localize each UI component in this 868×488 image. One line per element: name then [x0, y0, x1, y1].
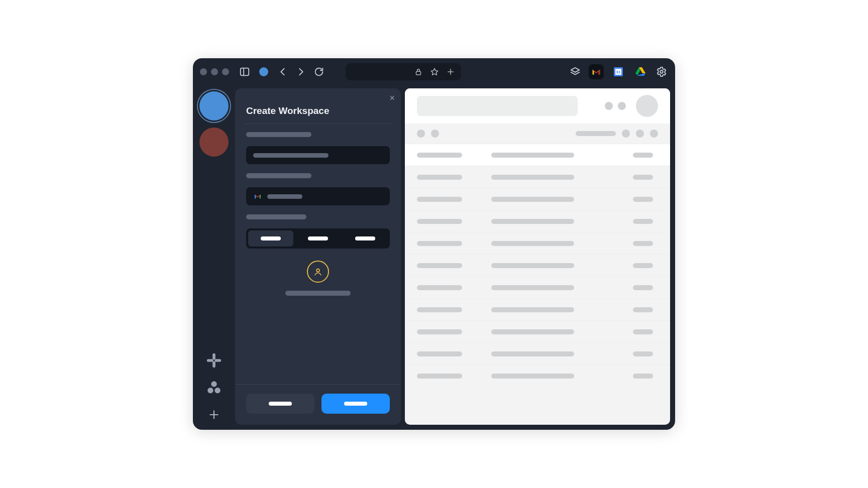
- subject: [491, 374, 574, 379]
- window-body: × Create Workspace: [193, 85, 675, 430]
- chevron-right-icon: [295, 66, 306, 77]
- window-traffic-lights[interactable]: [200, 68, 229, 75]
- mail-row[interactable]: [405, 166, 670, 188]
- svg-marker-6: [571, 68, 580, 72]
- sidebar-toggle[interactable]: [238, 65, 251, 78]
- sender: [417, 374, 462, 379]
- subject: [491, 285, 574, 290]
- subject: [491, 351, 574, 356]
- sender: [417, 219, 462, 224]
- mail-row[interactable]: [405, 320, 670, 342]
- star-icon[interactable]: [430, 67, 439, 76]
- time: [633, 329, 653, 334]
- gear-icon: [656, 66, 667, 77]
- search-input[interactable]: [417, 96, 578, 116]
- dialog-title: Create Workspace: [235, 88, 401, 124]
- nav-reload[interactable]: [312, 65, 325, 78]
- toolbar-right: 31: [569, 64, 668, 79]
- profile-avatar[interactable]: [307, 261, 329, 283]
- svg-rect-0: [241, 68, 249, 76]
- time: [633, 374, 653, 379]
- toolbar-action[interactable]: [431, 130, 439, 138]
- start-page-input[interactable]: [246, 187, 390, 205]
- svg-point-20: [214, 388, 220, 393]
- toolbar-action[interactable]: [622, 130, 630, 138]
- header-action[interactable]: [605, 102, 613, 110]
- cancel-button[interactable]: [246, 394, 314, 414]
- svg-marker-3: [431, 68, 438, 75]
- subject: [491, 219, 574, 224]
- plus-icon[interactable]: [446, 67, 455, 76]
- svg-rect-14: [212, 353, 215, 360]
- sender: [417, 307, 462, 312]
- toolbar-action[interactable]: [636, 130, 644, 138]
- gmail-icon: [591, 66, 602, 77]
- rail-app-slack[interactable]: [204, 350, 224, 371]
- ext-gmail[interactable]: [589, 64, 604, 79]
- time: [633, 263, 653, 268]
- divider: [244, 124, 392, 124]
- traffic-minimize[interactable]: [211, 68, 218, 75]
- mail-row[interactable]: [405, 298, 670, 320]
- rail-app-group[interactable]: [204, 378, 224, 398]
- time: [633, 197, 653, 202]
- address-bar[interactable]: [346, 63, 461, 80]
- toolbar-action[interactable]: [417, 130, 425, 138]
- mail-row[interactable]: [405, 188, 670, 210]
- svg-point-18: [211, 381, 216, 387]
- create-button[interactable]: [321, 394, 390, 414]
- mail-row[interactable]: [405, 342, 670, 364]
- mail-row[interactable]: [405, 276, 670, 298]
- traffic-close[interactable]: [200, 68, 207, 75]
- plus-icon: [207, 408, 221, 421]
- sender: [417, 263, 462, 268]
- workspace-indicator[interactable]: [259, 67, 268, 76]
- nav-forward[interactable]: [294, 65, 307, 78]
- avatar[interactable]: [636, 95, 658, 117]
- calendar-icon: 31: [612, 66, 624, 78]
- subject: [491, 153, 574, 158]
- slack-icon: [205, 352, 223, 369]
- mail-row[interactable]: [405, 364, 670, 387]
- content-header: [405, 88, 670, 124]
- subject: [491, 329, 574, 334]
- workspace-name-input[interactable]: [246, 146, 390, 164]
- mail-row[interactable]: [405, 254, 670, 276]
- toolbar-action[interactable]: [650, 130, 658, 138]
- toolbar-info: [576, 131, 616, 136]
- theme-option-3[interactable]: [343, 230, 388, 247]
- page-content: [405, 88, 670, 425]
- theme-selector[interactable]: [246, 228, 390, 249]
- sender: [417, 241, 462, 246]
- field-label-name: [246, 132, 311, 137]
- svg-rect-15: [212, 361, 215, 368]
- workspace-brown[interactable]: [199, 128, 229, 157]
- time: [633, 307, 653, 312]
- sender: [417, 285, 462, 290]
- rail-add-workspace[interactable]: [204, 405, 224, 425]
- theme-option-2[interactable]: [295, 230, 341, 247]
- layers-icon: [570, 66, 581, 77]
- nav-back[interactable]: [276, 65, 289, 78]
- sender: [417, 197, 462, 202]
- settings-button[interactable]: [655, 65, 668, 78]
- ext-drive[interactable]: [633, 64, 648, 79]
- theme-option-1[interactable]: [248, 230, 293, 247]
- mail-row[interactable]: [405, 144, 670, 166]
- mail-row[interactable]: [405, 232, 670, 254]
- time: [633, 175, 653, 180]
- traffic-zoom[interactable]: [222, 68, 229, 75]
- mail-row[interactable]: [405, 210, 670, 232]
- layers-button[interactable]: [569, 65, 582, 78]
- dialog-close[interactable]: ×: [389, 93, 395, 102]
- sidebar-icon: [239, 66, 250, 77]
- workspace-blue[interactable]: [199, 91, 229, 120]
- svg-point-23: [316, 269, 319, 272]
- drive-icon: [634, 66, 646, 78]
- ext-calendar[interactable]: 31: [611, 64, 626, 79]
- header-actions: [605, 95, 658, 117]
- svg-rect-2: [416, 71, 421, 75]
- subject: [491, 307, 574, 312]
- sender: [417, 175, 462, 180]
- header-action[interactable]: [618, 102, 626, 110]
